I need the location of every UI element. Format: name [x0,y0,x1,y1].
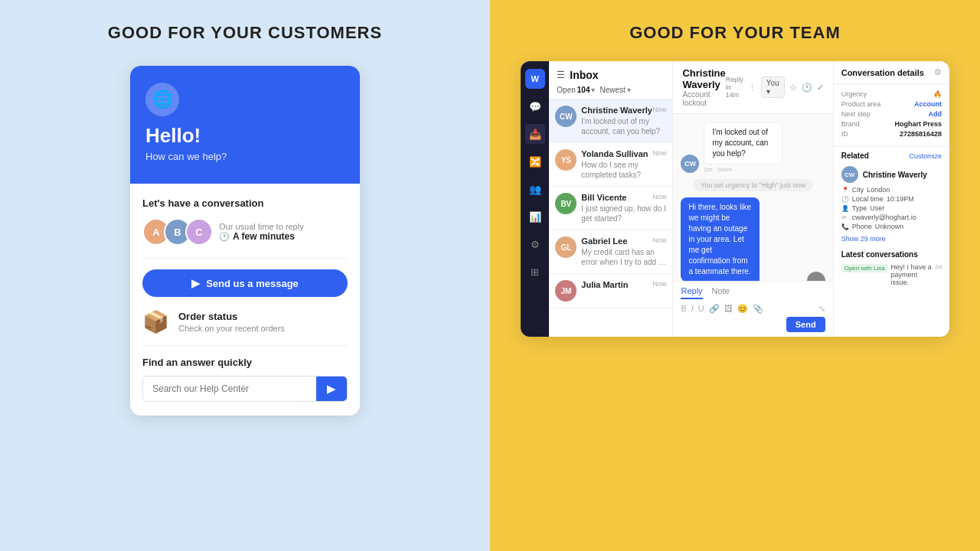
sidebar-nav-icon[interactable]: 🔀 [525,152,545,171]
conv-info-1: Yolanda Sullivan Now How do I see my com… [581,149,666,180]
hamburger-icon[interactable]: ☰ [557,70,565,80]
sidebar-chat-icon[interactable]: 💬 [525,96,545,116]
sidebar-inbox-icon[interactable]: 📥 [525,124,545,144]
tab-note[interactable]: Note [712,286,730,299]
location-icon: 📍 [841,187,849,194]
close-icon[interactable]: ✓ [817,83,824,93]
attach-icon[interactable]: 📎 [753,304,763,314]
conv-filters: Open 104 ▾ Newest ▾ [557,86,665,94]
reply-tabs: Reply Note [681,286,825,299]
sidebar-contacts-icon[interactable]: 👥 [525,179,545,199]
open-filter[interactable]: Open 104 ▾ [557,86,595,94]
contact-phone-row: 📞 Phone Unknown [834,223,949,230]
italic-icon[interactable]: I [691,304,694,314]
contact-name: Christine Waverly [863,171,927,179]
underline-icon[interactable]: U [698,304,704,314]
contact-avatar: CW [841,166,858,183]
customize-link[interactable]: Customize [909,152,942,160]
related-contact: CW Christine Waverly [834,163,949,186]
details-title: Conversation details [841,68,924,77]
conv-item-2[interactable]: BV Bill Vicente Now I just signed up, ho… [549,187,672,230]
more-options-icon[interactable]: ⋮ [748,83,756,93]
search-input[interactable] [143,377,316,401]
latest-conv-item: Open with Lisa Hey! I have a payment iss… [841,263,942,286]
msg-meta-0: 2m · Seen [704,166,825,173]
contact-email-row: ✉ cwaverly@hoghart.io [834,214,949,221]
inbox-title: Inbox [570,69,598,81]
left-title: GOOD FOR YOUR CUSTOMERS [108,23,382,43]
contact-type: User [870,204,884,212]
conv-list-header: ☰ Inbox Open 104 ▾ Newest ▾ [549,61,672,99]
widget-brand-icon: 🌐 [152,90,173,109]
send-reply-button[interactable]: Send [786,317,825,332]
id-label: ID [841,130,848,138]
urgency-label: Urgency [841,90,867,98]
widget-header: 🌐 Hello! How can we help? [130,66,360,184]
order-title: Order status [178,311,285,322]
agents-row: A B C Our usual time to reply 🕐 A few mi… [142,218,348,246]
chat-header-left: Christine Waverly Account lockout [682,67,725,107]
next-step-label: Next step [841,110,871,118]
latest-conv-time: 2d [935,263,942,270]
find-answer-section: Find an answer quickly ▶ [142,357,348,402]
chat-contact-name: Christine Waverly [682,67,725,90]
star-icon[interactable]: ☆ [789,83,797,93]
sidebar-reports-icon[interactable]: 📊 [525,207,545,227]
order-status-section: 📦 Order status Check on your recent orde… [142,309,348,346]
conv-avatar-0: CW [555,106,577,127]
message-0: CW I'm locked out of my account, can you… [681,122,825,173]
phone-icon: 📞 [841,223,849,230]
detail-id-row: ID 27285816428 [841,130,942,138]
toolbar-icons: B I U 🔗 🖼 😊 📎 [681,304,763,314]
conv-item-3[interactable]: GL Gabriel Lee Now My credit card has an… [549,230,672,274]
snooze-icon[interactable]: 🕐 [802,83,812,93]
next-step-value[interactable]: Add [928,110,942,118]
conversation-items: CW Christine Waverly Now I'm locked out … [549,99,672,337]
conv-item-1[interactable]: YS Yolanda Sullivan Now How do I see my … [549,143,672,187]
conv-avatar-3: GL [555,236,577,258]
product-area-value: Account [914,100,942,108]
contact-type-label: Type [852,204,867,212]
reply-tools: B I U 🔗 🖼 😊 📎 ⤡ [681,304,825,314]
show-more-link[interactable]: Show 29 more [834,232,949,246]
conv-item-0[interactable]: CW Christine Waverly Now I'm locked out … [549,99,672,143]
chat-header: Christine Waverly Account lockout Reply … [673,61,832,114]
send-message-button[interactable]: ▶ Send us a message [142,269,348,297]
contact-city: London [867,186,890,194]
open-badge: Open with Lisa [841,264,888,272]
order-subtitle: Check on your recent orders [178,324,285,333]
sidebar-brand-icon: W [525,69,545,89]
sidebar-settings-icon[interactable]: ⚙ [525,234,545,254]
sidebar-apps-icon[interactable]: ⊞ [525,262,545,282]
msg-bubble-0: I'm locked out of my account, can you he… [704,122,782,165]
image-icon[interactable]: 🖼 [724,304,733,314]
emoji-icon[interactable]: 😊 [737,304,748,314]
contact-phone: Unknown [875,223,904,230]
find-answer-title: Find an answer quickly [142,357,348,368]
related-title: Related [841,152,869,160]
detail-product-row: Product area Account [841,100,942,108]
contact-time-row: 🕐 Local time 10:19PM [834,195,949,203]
link-icon[interactable]: 🔗 [709,304,720,314]
detail-nextstep-row: Next step Add [841,110,942,118]
conv-list-title-row: ☰ Inbox [557,69,665,81]
reply-in-label: Reply in 14m [726,76,743,99]
order-icon: 📦 [142,309,169,334]
sort-filter[interactable]: Newest ▾ [599,86,630,94]
detail-brand-row: Brand Hoghart Press [841,120,942,128]
bold-icon[interactable]: B [681,304,686,314]
type-icon: 👤 [841,205,849,212]
assignee-btn[interactable]: You ▾ [761,77,785,98]
conv-item-4[interactable]: JM Julia Martin Now [549,274,672,308]
detail-section-conv: Urgency 🔥 Product area Account Next step… [834,84,949,147]
search-button[interactable]: ▶ [316,377,347,401]
details-gear-icon[interactable]: ⚙ [934,67,942,77]
expand-icon[interactable]: ⤡ [818,304,825,314]
msg-bubble-1: Hi there, looks like we might be having … [681,197,760,281]
latest-conv-title: Latest conversations [841,250,942,259]
conv-info-0: Christine Waverly Now I'm locked out of … [581,106,666,136]
tab-reply[interactable]: Reply [681,286,702,299]
conv-info-2: Bill Vicente Now I just signed up, how d… [581,193,666,223]
agent-avatar-3: C [185,218,213,246]
reply-time-value: 🕐 A few minutes [219,231,304,242]
